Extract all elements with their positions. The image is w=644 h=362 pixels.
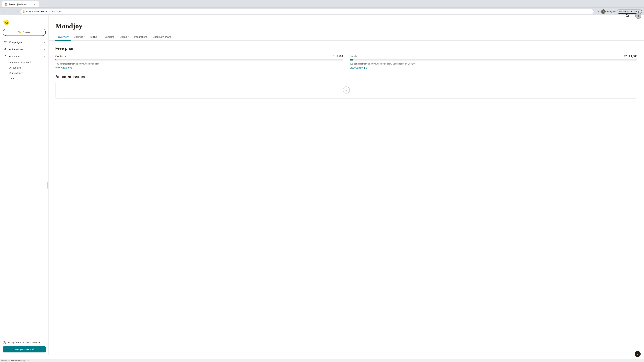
nav-refresh-button[interactable]: ↻ bbox=[14, 9, 19, 14]
svg-point-2 bbox=[8, 22, 8, 23]
extras-tab-label: Extras bbox=[120, 35, 127, 38]
settings-tab-label: Settings bbox=[74, 35, 83, 38]
settings-chevron-icon: ∨ bbox=[84, 36, 85, 38]
svg-point-11 bbox=[4, 56, 5, 56]
sidebar-item-automations[interactable]: Automations ∨ bbox=[0, 45, 48, 53]
incognito-label: Incognito bbox=[606, 10, 616, 13]
tab-billing[interactable]: Billing∨ bbox=[88, 33, 102, 41]
sidebar-item-audience[interactable]: Audience ∧ bbox=[0, 53, 48, 60]
automations-icon bbox=[3, 47, 7, 51]
contacts-progress-fill bbox=[55, 59, 56, 60]
sends-progress-bar bbox=[350, 59, 637, 60]
page-header: Moodjoy bbox=[49, 15, 644, 33]
trial-clock-icon bbox=[3, 341, 6, 345]
create-pencil-icon: ✏️ bbox=[18, 31, 22, 34]
sidebar-subitem-audience-dashboard[interactable]: Audience dashboard bbox=[0, 60, 48, 65]
sends-stat: Sends 12 of 1,000 988 sends remaining on… bbox=[350, 55, 637, 69]
svg-point-12 bbox=[6, 56, 7, 56]
browser-tab-bar: M Account | Mailchimp × + bbox=[0, 0, 644, 7]
contacts-label: Contacts bbox=[55, 55, 66, 58]
scroll-indicator bbox=[47, 182, 48, 189]
browser-tab-active[interactable]: M Account | Mailchimp × bbox=[2, 1, 39, 7]
contacts-total: 500 bbox=[338, 55, 343, 58]
incognito-icon: 🕵 bbox=[601, 9, 606, 14]
account-issues-card bbox=[55, 82, 637, 98]
sidebar-subitem-signup-forms[interactable]: Signup forms bbox=[0, 70, 48, 76]
svg-rect-6 bbox=[4, 42, 5, 43]
tab-extras[interactable]: Extras∨ bbox=[117, 33, 132, 41]
campaigns-label: Campaigns bbox=[9, 41, 42, 43]
stats-grid: Contacts 1 of 500 499 contacts remaining… bbox=[55, 55, 637, 69]
sends-progress-fill bbox=[350, 59, 353, 60]
trial-notice: 89 days left to access a free trial. bbox=[3, 341, 46, 345]
sidebar-subitem-tags[interactable]: Tags bbox=[0, 76, 48, 81]
address-bar[interactable]: 🔒 us21.admin.mailchimp.com/account/ ☆ bbox=[20, 9, 594, 14]
mailchimp-logo bbox=[3, 18, 11, 26]
lock-icon: 🔒 bbox=[22, 10, 25, 13]
nav-back-button[interactable]: ← bbox=[2, 9, 7, 14]
contacts-header: Contacts 1 of 500 bbox=[55, 55, 343, 58]
trial-text: 89 days left to access a free trial. bbox=[8, 341, 40, 344]
contacts-remaining-text: 499 contacts remaining on your selected … bbox=[55, 62, 343, 65]
start-trial-button[interactable]: Start your free trial bbox=[3, 347, 46, 353]
sidebar-item-campaigns[interactable]: Campaigns ∨ bbox=[0, 38, 48, 45]
incognito-section: 🕵 Incognito bbox=[601, 9, 616, 14]
view-audiences-link[interactable]: View Audiences bbox=[55, 66, 72, 69]
svg-rect-7 bbox=[5, 42, 6, 43]
create-button[interactable]: ✏️ Create bbox=[3, 29, 46, 36]
tab-domains[interactable]: Domains bbox=[102, 33, 117, 41]
mailchimp-logo-icon bbox=[3, 18, 11, 26]
plan-title: Free plan bbox=[55, 46, 637, 51]
extras-chevron-icon: ∨ bbox=[128, 36, 129, 38]
sends-total: 1,000 bbox=[630, 55, 637, 58]
tab-settings[interactable]: Settings∨ bbox=[71, 33, 88, 41]
sends-header: Sends 12 of 1,000 bbox=[350, 55, 637, 58]
contacts-current: 1 bbox=[333, 55, 335, 58]
new-tab-button[interactable]: + bbox=[40, 2, 44, 7]
account-issues-title: Account issues bbox=[55, 74, 637, 79]
tab-shop-new-plans[interactable]: Shop New Plans bbox=[150, 33, 174, 41]
sidebar-top: ✏️ Create bbox=[0, 15, 48, 38]
relaunch-dots-icon: ⋮ bbox=[638, 10, 640, 13]
view-campaigns-link[interactable]: View Campaigns bbox=[350, 66, 367, 69]
relaunch-label: Relaunch to update bbox=[619, 10, 637, 13]
extensions-icon[interactable]: ⧉ bbox=[595, 9, 600, 14]
toolbar-extensions: ⧉ 🕵 Incognito Relaunch to update ⋮ bbox=[595, 9, 642, 14]
automations-label: Automations bbox=[9, 48, 42, 51]
search-icon[interactable] bbox=[624, 13, 630, 19]
browser-toolbar: ← → ↻ 🔒 us21.admin.mailchimp.com/account… bbox=[0, 8, 644, 15]
svg-point-10 bbox=[5, 55, 6, 56]
tabs-bar: Overview Settings∨ Billing∨ Domains Extr… bbox=[49, 33, 644, 41]
sidebar-nav: Campaigns ∨ Automations ∨ bbox=[0, 38, 48, 81]
audience-icon bbox=[3, 54, 7, 58]
contacts-progress-bar bbox=[55, 59, 343, 60]
automations-chevron-icon: ∨ bbox=[44, 48, 45, 50]
audience-label: Audience bbox=[9, 55, 42, 58]
sidebar-trial-section: 89 days left to access a free trial. Sta… bbox=[0, 338, 48, 355]
svg-point-15 bbox=[346, 92, 347, 92]
billing-tab-label: Billing bbox=[90, 35, 97, 38]
plan-section: Free plan Contacts 1 of 500 499 contacts… bbox=[49, 41, 644, 74]
tab-integrations[interactable]: Integrations bbox=[132, 33, 150, 41]
create-label: Create bbox=[23, 31, 30, 34]
sidebar-subitem-all-contacts[interactable]: All contacts bbox=[0, 65, 48, 70]
account-issues-section: Account issues bbox=[49, 74, 644, 104]
audience-submenu: Audience dashboard All contacts Signup f… bbox=[0, 60, 48, 81]
trial-days-left: 89 days left bbox=[8, 341, 20, 344]
tab-favicon: M bbox=[5, 3, 8, 5]
audience-chevron-icon: ∧ bbox=[44, 55, 45, 57]
star-icon[interactable]: ☆ bbox=[590, 10, 592, 13]
sends-remaining-text: 988 sends remaining on your selected pla… bbox=[350, 62, 637, 65]
sends-current: 12 bbox=[624, 55, 627, 58]
issues-placeholder-icon bbox=[342, 86, 350, 94]
svg-rect-9 bbox=[5, 49, 6, 50]
tab-overview[interactable]: Overview bbox=[55, 33, 71, 41]
tab-close-icon[interactable]: × bbox=[33, 3, 36, 6]
tab-title: Account | Mailchimp bbox=[9, 3, 32, 5]
user-avatar[interactable]: S bbox=[635, 13, 641, 19]
main-content: Moodjoy Overview Settings∨ Billing∨ Doma… bbox=[49, 15, 644, 355]
svg-rect-5 bbox=[5, 41, 6, 42]
svg-rect-4 bbox=[4, 41, 5, 42]
billing-chevron-icon: ∨ bbox=[98, 36, 99, 38]
nav-forward-button[interactable]: → bbox=[8, 9, 13, 14]
